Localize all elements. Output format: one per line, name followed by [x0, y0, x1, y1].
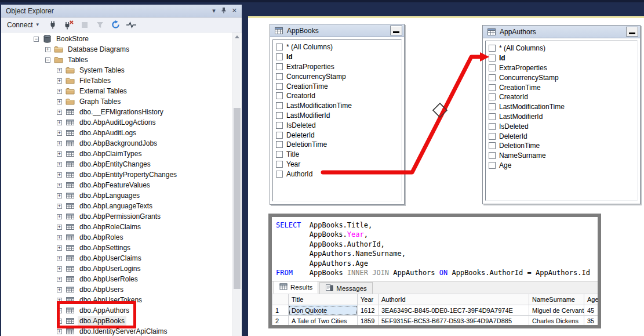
expand-icon[interactable]: + — [57, 298, 62, 303]
column-checkbox[interactable] — [276, 141, 283, 148]
row-number-cell[interactable]: 2 — [272, 316, 289, 326]
expand-icon[interactable]: + — [57, 214, 62, 219]
column-checkbox[interactable] — [276, 44, 283, 50]
column-item[interactable]: ConcurrencyStamp — [489, 73, 637, 82]
tree-item[interactable]: +dbo.AbpRoles — [1, 232, 232, 243]
column-item[interactable]: CreatorId — [489, 92, 637, 102]
expand-icon[interactable]: + — [57, 256, 62, 261]
tree-item[interactable]: +dbo.IdentityServerApiClaims — [1, 326, 232, 336]
tree-item[interactable]: +dbo.AbpUserTokens — [1, 295, 232, 305]
tab-messages[interactable]: Messages — [319, 282, 372, 294]
column-item[interactable]: Id — [276, 52, 401, 62]
tree-item[interactable]: +dbo.AbpLanguageTexts — [1, 201, 232, 211]
expand-icon[interactable]: + — [57, 141, 62, 146]
column-item[interactable]: Year — [276, 160, 401, 169]
table-window-titlebar[interactable]: AppBooks — [270, 24, 404, 37]
tree-item[interactable]: +dbo.AbpRoleClaims — [1, 222, 232, 232]
grid-cell[interactable]: Miguel de Cervantes — [529, 305, 584, 316]
column-checkbox[interactable] — [489, 123, 496, 130]
sql-text-pane[interactable]: SELECT AppBooks.Title, AppBooks.Year, Ap… — [272, 217, 598, 281]
column-item[interactable]: Age — [489, 161, 637, 171]
column-item[interactable]: LastModifierId — [489, 112, 637, 122]
tree-item[interactable]: +dbo.AbpEntityPropertyChanges — [1, 169, 232, 180]
tree-scrollbar[interactable] — [232, 32, 241, 336]
disconnect-icon[interactable] — [64, 20, 74, 30]
expand-icon[interactable]: + — [57, 151, 62, 157]
column-item[interactable]: LastModificationTime — [489, 102, 637, 112]
column-item[interactable]: AuthorId — [276, 169, 401, 179]
column-item[interactable]: CreationTime — [276, 81, 401, 91]
column-item[interactable]: Id — [489, 53, 637, 63]
expand-icon[interactable]: + — [57, 287, 62, 292]
tree-item[interactable]: +dbo.AbpClaimTypes — [1, 149, 232, 159]
grid-header-NameSurname[interactable]: NameSurname — [529, 294, 584, 305]
column-checkbox[interactable] — [489, 64, 496, 71]
column-checkbox[interactable] — [276, 122, 283, 129]
collapse-icon[interactable]: − — [45, 57, 50, 63]
column-checkbox[interactable] — [276, 132, 283, 139]
column-checkbox[interactable] — [276, 83, 283, 90]
grid-cell[interactable]: 35 — [584, 316, 598, 326]
column-checkbox[interactable] — [276, 63, 283, 70]
grid-cell[interactable]: 1612 — [358, 305, 379, 316]
row-number-cell[interactable]: 1 — [272, 305, 289, 316]
column-checkbox[interactable] — [276, 92, 283, 99]
tree-item[interactable]: +dbo.AbpEntityChanges — [1, 159, 232, 169]
grid-header-rownum[interactable] — [272, 294, 289, 305]
pin-icon[interactable] — [221, 7, 227, 15]
minimize-button[interactable] — [390, 26, 402, 35]
expand-icon[interactable]: + — [57, 277, 62, 282]
expand-icon[interactable]: + — [57, 99, 62, 104]
tree-item[interactable]: +dbo.AppAuthors — [1, 305, 232, 316]
column-checkbox[interactable] — [489, 74, 496, 81]
grid-cell[interactable]: Don Quixote — [289, 305, 358, 316]
grid-header-Title[interactable]: Title — [289, 294, 358, 305]
stop-icon[interactable] — [79, 20, 90, 30]
column-checkbox[interactable] — [489, 113, 496, 120]
column-checkbox[interactable] — [489, 142, 496, 149]
grid-cell[interactable]: 5EF9315E-BC53-B677-D593-39F4D9A7D885 — [379, 316, 529, 326]
refresh-icon[interactable] — [111, 20, 121, 30]
grid-cell[interactable]: A Tale of Two Cities — [289, 316, 358, 326]
expand-icon[interactable]: + — [57, 329, 62, 334]
column-checkbox[interactable] — [276, 161, 283, 168]
tree-item[interactable]: +dbo.AbpPermissionGrants — [1, 211, 232, 222]
column-item[interactable]: LastModifierId — [276, 111, 401, 121]
column-checkbox[interactable] — [489, 55, 496, 62]
column-item[interactable]: LastModificationTime — [276, 101, 401, 111]
column-item[interactable]: CreatorId — [276, 91, 401, 101]
expand-icon[interactable]: + — [57, 266, 62, 272]
column-checkbox[interactable] — [276, 171, 283, 178]
tree-item[interactable]: +System Tables — [1, 65, 232, 75]
column-checkbox[interactable] — [276, 102, 283, 109]
scrollbar-up-icon[interactable] — [235, 35, 239, 38]
column-item[interactable]: DeleterId — [276, 130, 401, 140]
activity-monitor-icon[interactable] — [126, 20, 137, 30]
scrollbar-thumb[interactable] — [234, 108, 241, 289]
column-item[interactable]: IsDeleted — [489, 121, 637, 131]
minimize-button[interactable] — [626, 27, 638, 37]
column-checkbox[interactable] — [276, 73, 283, 80]
expand-icon[interactable]: + — [57, 193, 62, 198]
window-position-icon[interactable]: ▾ — [212, 8, 216, 14]
expand-icon[interactable]: + — [57, 235, 62, 240]
column-item[interactable]: ConcurrencyStamp — [276, 71, 401, 81]
column-item[interactable]: DeletionTime — [489, 141, 637, 151]
expand-icon[interactable]: + — [57, 204, 62, 209]
column-checkbox[interactable] — [276, 53, 283, 60]
expand-icon[interactable]: + — [57, 308, 62, 313]
grid-cell[interactable]: 3EA6349C-B845-0DE0-1EC7-39F4D9A7974E — [379, 305, 529, 316]
expand-icon[interactable]: + — [57, 131, 62, 136]
expand-icon[interactable]: + — [57, 319, 62, 324]
grid-header-AuthorId[interactable]: AuthorId — [379, 294, 529, 305]
tree-item[interactable]: +dbo.__EFMigrationsHistory — [1, 107, 232, 117]
object-explorer-titlebar[interactable]: Object Explorer ▾✕ — [1, 5, 242, 17]
expand-icon[interactable]: + — [57, 225, 62, 230]
column-checkbox[interactable] — [489, 152, 496, 159]
collapse-icon[interactable]: − — [34, 37, 39, 42]
column-item[interactable]: * (All Columns) — [276, 42, 401, 52]
column-item[interactable]: DeleterId — [489, 131, 637, 141]
grid-cell[interactable]: 1859 — [358, 316, 379, 326]
tree-item[interactable]: +FileTables — [1, 75, 232, 86]
close-icon[interactable]: ✕ — [232, 8, 237, 14]
